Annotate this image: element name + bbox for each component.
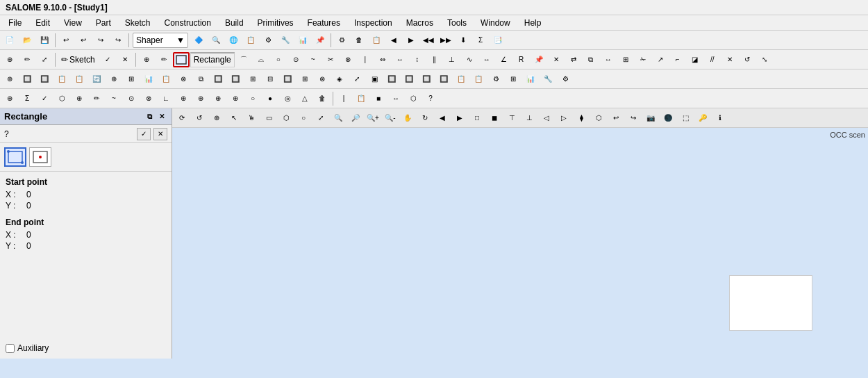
tb3-cc[interactable]: ⚙ <box>487 72 504 87</box>
tb4-f[interactable]: ✏ <box>88 91 105 106</box>
tb2-btn-c[interactable]: ⤢ <box>36 52 53 67</box>
tb3-ff[interactable]: 🔧 <box>540 72 556 87</box>
tb2-offset[interactable]: ⊞ <box>617 52 634 67</box>
redo-btn[interactable]: ↪ <box>92 33 109 48</box>
tb2-ellipse[interactable]: ⊙ <box>287 52 304 67</box>
sketch-ok-btn[interactable]: ✓ <box>99 52 116 67</box>
tb2-proj[interactable]: ⊗ <box>340 52 356 67</box>
tb3-r[interactable]: ⊞ <box>297 72 313 87</box>
tb2-spline[interactable]: ~ <box>305 52 322 67</box>
vt-rotate[interactable]: ↻ <box>417 110 433 126</box>
tb2-split[interactable]: ✂ <box>322 52 339 67</box>
vt-wire[interactable]: ⬚ <box>677 110 694 126</box>
open-btn[interactable]: 📂 <box>19 33 35 48</box>
tb3-l[interactable]: ⧉ <box>192 72 209 87</box>
tb2-line[interactable]: | <box>357 52 374 67</box>
tb3-e[interactable]: 📋 <box>71 72 87 87</box>
vt-poly[interactable]: ⬡ <box>278 110 294 126</box>
tb2-arc2[interactable]: ⌓ <box>253 52 269 67</box>
tb4-w[interactable]: ↔ <box>387 91 404 106</box>
tb3-v[interactable]: ▣ <box>366 72 383 87</box>
vt-zoomrect[interactable]: 🔎 <box>347 110 364 126</box>
tb2-fix[interactable]: 📌 <box>531 52 547 67</box>
vt-cursor[interactable]: 🖱 <box>243 110 260 126</box>
menu-construction[interactable]: Construction <box>159 17 217 29</box>
rectangle-tool-btn[interactable] <box>173 52 190 67</box>
undo2-btn[interactable]: ↩ <box>75 33 92 48</box>
undo-btn[interactable]: ↩ <box>58 33 74 48</box>
vt-redo[interactable]: ↪ <box>625 110 642 126</box>
tb3-t[interactable]: ◈ <box>331 72 348 87</box>
tb2-fillet[interactable]: ⌐ <box>669 52 686 67</box>
vt-fit[interactable]: ⤢ <box>312 110 329 126</box>
tb-btn-j[interactable]: 📋 <box>368 33 385 48</box>
tb-btn-c[interactable]: 📋 <box>242 33 259 48</box>
tb-btn-a[interactable]: 🔍 <box>208 33 224 48</box>
vt-zoomplus[interactable]: 🔍+ <box>365 110 381 126</box>
tb4-p[interactable]: ● <box>262 91 278 106</box>
tb-btn-k[interactable]: ◀ <box>385 33 402 48</box>
tb2-tang[interactable]: ∿ <box>461 52 478 67</box>
tb4-k[interactable]: ⊕ <box>175 91 192 106</box>
tb4-s[interactable]: 🗑 <box>314 91 331 106</box>
tb4-o[interactable]: ○ <box>244 91 261 106</box>
tb-btn-o[interactable]: ⬇ <box>455 33 471 48</box>
tb3-x[interactable]: 🔲 <box>401 72 417 87</box>
vt-circ[interactable]: ○ <box>295 110 312 126</box>
menu-macros[interactable]: Macros <box>401 17 439 29</box>
tb4-x[interactable]: ⬡ <box>405 91 422 106</box>
rect-center-icon[interactable] <box>29 147 51 167</box>
tb3-a[interactable]: ⊕ <box>1 72 18 87</box>
menu-edit[interactable]: Edit <box>30 17 56 29</box>
vt-pan[interactable]: ✋ <box>399 110 416 126</box>
tb4-j[interactable]: ∟ <box>158 91 174 106</box>
tb4-q[interactable]: ◎ <box>279 91 296 106</box>
tb2-ext[interactable]: ↗ <box>652 52 669 67</box>
tb3-f[interactable]: 🔄 <box>88 72 105 87</box>
tb4-b[interactable]: Σ <box>19 91 35 106</box>
menu-tools[interactable]: Tools <box>442 17 472 29</box>
vt-right[interactable]: ▷ <box>556 110 572 126</box>
tb-btn-m[interactable]: ◀◀ <box>420 33 437 48</box>
tb3-gg[interactable]: ⚙ <box>557 72 574 87</box>
tb-btn-b[interactable]: 🌐 <box>225 33 242 48</box>
vt-capture[interactable]: 📷 <box>642 110 659 126</box>
tb3-d[interactable]: 📋 <box>53 72 70 87</box>
tb2-btn-d[interactable]: ⊕ <box>138 52 155 67</box>
tb2-mirror[interactable]: ⇄ <box>565 52 582 67</box>
tb-btn-d[interactable]: ⚙ <box>260 33 276 48</box>
vt-a[interactable]: ⟳ <box>174 110 190 126</box>
tb2-rad[interactable]: R <box>513 52 530 67</box>
tb4-u[interactable]: 📋 <box>353 91 369 106</box>
sketch-button[interactable]: ✏ Sketch <box>58 52 99 67</box>
vt-b[interactable]: ↺ <box>191 110 208 126</box>
tb2-par[interactable]: ∥ <box>426 52 443 67</box>
tb2-btn-e[interactable]: ✏ <box>156 52 172 67</box>
tb2-sym[interactable]: ⇔ <box>374 52 391 67</box>
tb4-a[interactable]: ⊕ <box>1 91 18 106</box>
menu-part[interactable]: Part <box>90 17 117 29</box>
tb-btn-p[interactable]: Σ <box>472 33 489 48</box>
tb3-u[interactable]: ⤢ <box>349 72 365 87</box>
menu-file[interactable]: File <box>3 17 27 29</box>
tb2-vert[interactable]: ↕ <box>409 52 426 67</box>
tb3-y[interactable]: 🔲 <box>418 72 435 87</box>
vt-bottom[interactable]: ⊥ <box>521 110 537 126</box>
vt-prev[interactable]: ◀ <box>434 110 451 126</box>
menu-inspection[interactable]: Inspection <box>349 17 398 29</box>
save-btn[interactable]: 💾 <box>36 33 53 48</box>
tb2-trim[interactable]: ✁ <box>635 52 651 67</box>
tb3-p[interactable]: ⊟ <box>262 72 278 87</box>
tb4-e[interactable]: ⊕ <box>71 91 87 106</box>
vt-info[interactable]: ℹ <box>712 110 728 126</box>
tb-btn-e[interactable]: 🔧 <box>277 33 294 48</box>
tb2-btn-a[interactable]: ⊕ <box>1 52 18 67</box>
tb4-i[interactable]: ⊗ <box>140 91 157 106</box>
rect-corner-icon[interactable] <box>4 147 26 167</box>
tb3-j[interactable]: 📋 <box>158 72 174 87</box>
vt-iso[interactable]: ⧫ <box>573 110 590 126</box>
tb2-move[interactable]: ↔ <box>600 52 617 67</box>
shaper-icon[interactable]: 🔷 <box>190 33 207 48</box>
tb2-circ[interactable]: ○ <box>270 52 287 67</box>
tb-btn-i[interactable]: 🗑 <box>351 33 367 48</box>
